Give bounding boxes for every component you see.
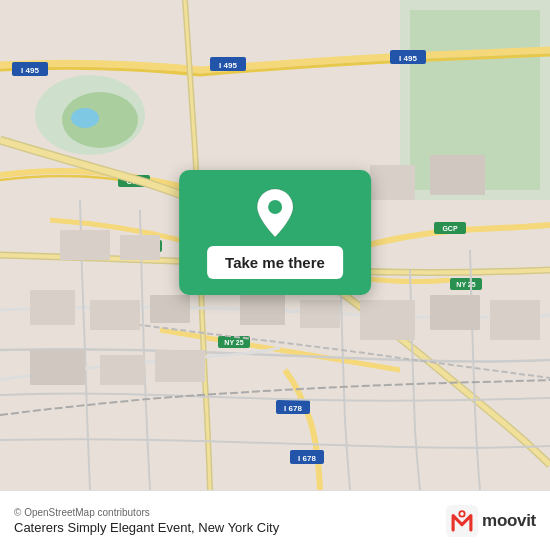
- svg-rect-33: [30, 290, 75, 325]
- map-container: I 495 I 495 I 495 GCP GCP NY 25 NY 25 NY…: [0, 0, 550, 490]
- svg-text:GCP: GCP: [442, 225, 458, 232]
- svg-rect-42: [240, 295, 285, 325]
- bottom-info: © OpenStreetMap contributors Caterers Si…: [14, 507, 279, 535]
- svg-text:I 678: I 678: [298, 454, 316, 463]
- svg-rect-36: [360, 300, 415, 340]
- svg-rect-32: [430, 155, 485, 195]
- svg-text:I 678: I 678: [284, 404, 302, 413]
- svg-text:I 495: I 495: [21, 66, 39, 75]
- take-me-there-button[interactable]: Take me there: [207, 246, 343, 279]
- svg-rect-45: [446, 505, 478, 537]
- svg-text:I 495: I 495: [399, 54, 417, 63]
- svg-point-47: [460, 512, 464, 516]
- svg-text:NY 25: NY 25: [224, 339, 243, 346]
- bottom-bar: © OpenStreetMap contributors Caterers Si…: [0, 490, 550, 550]
- svg-text:I 495: I 495: [219, 61, 237, 70]
- navigation-card: Take me there: [179, 170, 371, 295]
- svg-rect-37: [430, 295, 480, 330]
- svg-point-44: [268, 200, 282, 214]
- svg-rect-43: [300, 300, 340, 328]
- moovit-text: moovit: [482, 511, 536, 531]
- svg-rect-29: [60, 230, 110, 260]
- moovit-icon: [446, 505, 478, 537]
- location-label: Caterers Simply Elegant Event, New York …: [14, 520, 279, 535]
- osm-attribution: © OpenStreetMap contributors: [14, 507, 279, 518]
- svg-rect-35: [150, 295, 190, 323]
- svg-point-3: [71, 108, 99, 128]
- svg-rect-30: [120, 235, 160, 260]
- svg-rect-41: [155, 350, 205, 382]
- svg-rect-34: [90, 300, 140, 330]
- svg-text:NY 25: NY 25: [456, 281, 475, 288]
- svg-rect-40: [100, 355, 145, 385]
- moovit-logo: moovit: [446, 505, 536, 537]
- location-pin-icon: [250, 188, 300, 238]
- svg-rect-39: [30, 350, 85, 385]
- svg-rect-31: [370, 165, 415, 200]
- svg-rect-38: [490, 300, 540, 340]
